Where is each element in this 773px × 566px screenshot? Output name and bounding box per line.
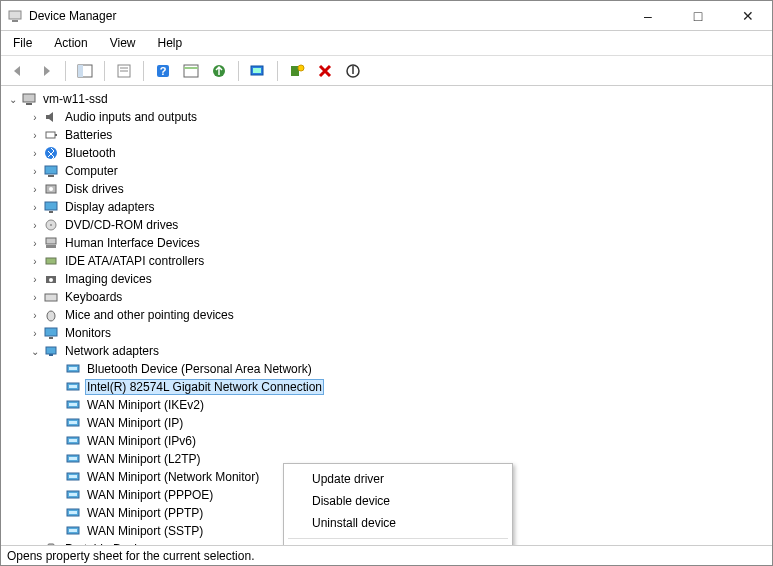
- context-uninstall-device[interactable]: Uninstall device: [286, 512, 510, 534]
- svg-rect-1: [12, 20, 18, 22]
- context-scan-hardware[interactable]: Scan for hardware changes: [286, 543, 510, 545]
- svg-rect-56: [69, 493, 77, 496]
- svg-rect-61: [48, 544, 54, 545]
- tree-category-label: Computer: [63, 164, 120, 178]
- svg-rect-17: [23, 94, 35, 102]
- tree-category[interactable]: › Batteries: [25, 126, 770, 144]
- device-manager-icon: [7, 8, 23, 24]
- tree-category-label: IDE ATA/ATAPI controllers: [63, 254, 206, 268]
- expand-arrow-icon[interactable]: ›: [29, 274, 41, 285]
- menu-action[interactable]: Action: [50, 34, 91, 52]
- tree-category[interactable]: › DVD/CD-ROM drives: [25, 216, 770, 234]
- expand-arrow-icon[interactable]: ›: [29, 220, 41, 231]
- audio-icon: [43, 109, 59, 125]
- tree-device[interactable]: › WAN Miniport (IP): [47, 414, 770, 432]
- tree-category[interactable]: › Keyboards: [25, 288, 770, 306]
- menubar: File Action View Help: [1, 31, 772, 56]
- tree-content[interactable]: ⌄ vm-w11-ssd › Audio inputs and outputs …: [1, 86, 772, 545]
- keyboard-icon: [43, 289, 59, 305]
- scan-hardware-button[interactable]: [247, 60, 269, 82]
- minimize-button[interactable]: –: [634, 5, 662, 27]
- tree-device[interactable]: › WAN Miniport (IPv6): [47, 432, 770, 450]
- tree-category[interactable]: › Mice and other pointing devices: [25, 306, 770, 324]
- expand-arrow-icon[interactable]: ›: [29, 310, 41, 321]
- uninstall-button[interactable]: [314, 60, 336, 82]
- tree-category[interactable]: › Computer: [25, 162, 770, 180]
- nic-icon: [65, 433, 81, 449]
- display-icon: [43, 199, 59, 215]
- expand-arrow-icon[interactable]: ›: [29, 112, 41, 123]
- nic-icon: [65, 361, 81, 377]
- back-button[interactable]: [7, 60, 29, 82]
- disable-button[interactable]: [342, 60, 364, 82]
- add-hardware-button[interactable]: [286, 60, 308, 82]
- tree-device-label: Bluetooth Device (Personal Area Network): [85, 362, 314, 376]
- toolbar-separator: [104, 61, 105, 81]
- tree-device-label: WAN Miniport (IP): [85, 416, 185, 430]
- hid-icon: [43, 235, 59, 251]
- tree-category-network[interactable]: ⌄ Network adapters: [25, 342, 770, 360]
- update-driver-button[interactable]: [208, 60, 230, 82]
- refresh-button[interactable]: [180, 60, 202, 82]
- tree-category[interactable]: › Bluetooth: [25, 144, 770, 162]
- show-hide-console-tree-button[interactable]: [74, 60, 96, 82]
- svg-text:?: ?: [160, 65, 167, 77]
- expand-arrow-icon[interactable]: ›: [29, 166, 41, 177]
- expand-arrow-icon[interactable]: ›: [29, 292, 41, 303]
- collapse-arrow-icon[interactable]: ⌄: [7, 94, 19, 105]
- tree-device[interactable]: › Bluetooth Device (Personal Area Networ…: [47, 360, 770, 378]
- expand-arrow-icon[interactable]: ›: [29, 184, 41, 195]
- context-update-driver[interactable]: Update driver: [286, 468, 510, 490]
- tree-root[interactable]: ⌄ vm-w11-ssd: [3, 90, 770, 108]
- nic-icon: [65, 523, 81, 539]
- expand-arrow-icon[interactable]: ›: [29, 202, 41, 213]
- tree-device-label: WAN Miniport (IKEv2): [85, 398, 206, 412]
- context-menu: Update driver Disable device Uninstall d…: [283, 463, 513, 545]
- properties-button[interactable]: [113, 60, 135, 82]
- expand-arrow-icon[interactable]: ›: [29, 148, 41, 159]
- expand-arrow-icon[interactable]: ›: [29, 238, 41, 249]
- tree-device[interactable]: › Intel(R) 82574L Gigabit Network Connec…: [47, 378, 770, 396]
- tree-category[interactable]: › IDE ATA/ATAPI controllers: [25, 252, 770, 270]
- expand-arrow-icon[interactable]: ›: [29, 544, 41, 546]
- svg-rect-22: [45, 166, 57, 174]
- tree-device-label: WAN Miniport (IPv6): [85, 434, 198, 448]
- tree-category-label: Keyboards: [63, 290, 124, 304]
- tree-category[interactable]: › Display adapters: [25, 198, 770, 216]
- maximize-button[interactable]: □: [684, 5, 712, 27]
- menu-help[interactable]: Help: [154, 34, 187, 52]
- tree-device-label: WAN Miniport (Network Monitor): [85, 470, 261, 484]
- tree-category[interactable]: › Imaging devices: [25, 270, 770, 288]
- menu-view[interactable]: View: [106, 34, 140, 52]
- titlebar: Device Manager – □ ✕: [1, 1, 772, 31]
- collapse-arrow-icon[interactable]: ⌄: [29, 346, 41, 357]
- tree-category-label: Network adapters: [63, 344, 161, 358]
- dvd-icon: [43, 217, 59, 233]
- expand-arrow-icon[interactable]: ›: [29, 130, 41, 141]
- tree-root-label: vm-w11-ssd: [41, 92, 110, 106]
- svg-point-21: [45, 147, 57, 159]
- svg-rect-31: [46, 245, 56, 248]
- context-disable-device[interactable]: Disable device: [286, 490, 510, 512]
- close-button[interactable]: ✕: [734, 5, 762, 27]
- tree-category[interactable]: › Monitors: [25, 324, 770, 342]
- tree-category[interactable]: › Audio inputs and outputs: [25, 108, 770, 126]
- svg-rect-60: [69, 529, 77, 532]
- tree-category-label: Bluetooth: [63, 146, 118, 160]
- menu-file[interactable]: File: [9, 34, 36, 52]
- tree-device-label: WAN Miniport (L2TP): [85, 452, 203, 466]
- nic-icon: [65, 487, 81, 503]
- forward-button[interactable]: [35, 60, 57, 82]
- toolbar-separator: [277, 61, 278, 81]
- svg-rect-20: [55, 134, 57, 136]
- statusbar: Opens property sheet for the current sel…: [1, 545, 772, 565]
- tree-category[interactable]: › Human Interface Devices: [25, 234, 770, 252]
- tree-device[interactable]: › WAN Miniport (IKEv2): [47, 396, 770, 414]
- svg-rect-39: [46, 347, 56, 354]
- svg-rect-30: [46, 238, 56, 244]
- expand-arrow-icon[interactable]: ›: [29, 256, 41, 267]
- help-button[interactable]: ?: [152, 60, 174, 82]
- expand-arrow-icon[interactable]: ›: [29, 328, 41, 339]
- tree-category[interactable]: › Disk drives: [25, 180, 770, 198]
- imaging-icon: [43, 271, 59, 287]
